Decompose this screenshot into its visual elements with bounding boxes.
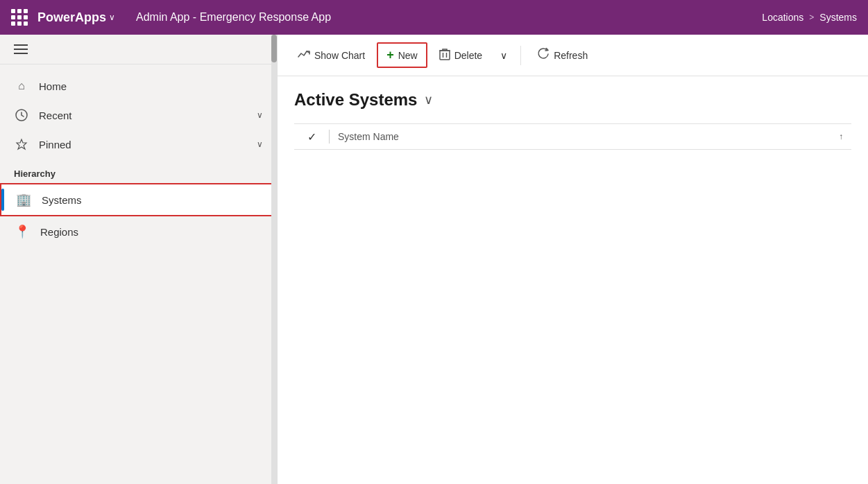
sidebar-item-systems[interactable]: 🏢 Systems bbox=[0, 183, 277, 216]
toolbar-separator bbox=[520, 46, 521, 65]
show-chart-label: Show Chart bbox=[314, 50, 365, 61]
select-all-checkmark: ✓ bbox=[307, 130, 316, 144]
show-chart-button[interactable]: Show Chart bbox=[289, 44, 374, 67]
content-body: Active Systems ∨ ✓ System Name ↑ bbox=[278, 76, 868, 164]
trash-icon bbox=[439, 48, 450, 63]
new-button[interactable]: + New bbox=[377, 42, 427, 68]
breadcrumb-current: Systems bbox=[819, 12, 857, 23]
toolbar: Show Chart + New Delete bbox=[278, 35, 868, 76]
delete-button[interactable]: Delete bbox=[430, 43, 491, 68]
svg-rect-1 bbox=[440, 51, 450, 60]
hierarchy-section-label: Hierarchy bbox=[0, 159, 277, 183]
view-title-text: Active Systems bbox=[294, 90, 417, 110]
breadcrumb: Locations > Systems bbox=[762, 12, 857, 23]
regions-icon: 📍 bbox=[14, 223, 31, 240]
systems-icon: 🏢 bbox=[15, 191, 32, 208]
dropdown-chevron-icon: ∨ bbox=[500, 50, 507, 61]
active-indicator bbox=[1, 189, 4, 211]
sidebar-nav: ⌂ Home Recent ∨ bbox=[0, 64, 277, 484]
sidebar-item-recent[interactable]: Recent ∨ bbox=[0, 101, 277, 130]
content-area: Show Chart + New Delete bbox=[278, 35, 868, 484]
delete-label: Delete bbox=[454, 50, 482, 61]
app-chevron[interactable]: ∨ bbox=[109, 12, 115, 22]
sidebar: ⌂ Home Recent ∨ bbox=[0, 35, 278, 484]
sidebar-item-pinned[interactable]: Pinned ∨ bbox=[0, 130, 277, 159]
sidebar-item-home[interactable]: ⌂ Home bbox=[0, 71, 277, 101]
new-label: New bbox=[398, 50, 418, 61]
top-bar: PowerApps ∨ Admin App - Emergency Respon… bbox=[0, 0, 868, 35]
sidebar-item-regions-label: Regions bbox=[40, 226, 78, 238]
app-grid-icon[interactable] bbox=[11, 9, 28, 26]
breadcrumb-separator: > bbox=[809, 12, 814, 22]
sort-icon[interactable]: ↑ bbox=[839, 132, 843, 141]
sidebar-item-systems-label: Systems bbox=[42, 194, 82, 206]
home-icon: ⌂ bbox=[14, 78, 29, 94]
new-icon: + bbox=[386, 48, 394, 62]
sidebar-header bbox=[0, 35, 277, 64]
app-title: Admin App - Emergency Response App bbox=[136, 11, 762, 24]
refresh-button[interactable]: Refresh bbox=[528, 43, 597, 68]
table-header: ✓ System Name ↑ bbox=[294, 123, 851, 150]
view-title-chevron[interactable]: ∨ bbox=[424, 92, 433, 107]
table-check-col[interactable]: ✓ bbox=[294, 130, 329, 144]
recent-icon bbox=[14, 107, 29, 123]
show-chart-icon bbox=[298, 49, 310, 62]
delete-dropdown-button[interactable]: ∨ bbox=[494, 45, 513, 66]
sidebar-item-home-label: Home bbox=[39, 80, 263, 92]
refresh-label: Refresh bbox=[554, 50, 588, 61]
recent-chevron: ∨ bbox=[257, 110, 263, 120]
sidebar-item-regions[interactable]: 📍 Regions bbox=[0, 216, 277, 247]
scrollbar-thumb bbox=[271, 35, 277, 62]
sidebar-item-recent-label: Recent bbox=[39, 110, 247, 121]
main-layout: ⌂ Home Recent ∨ bbox=[0, 35, 868, 484]
app-name: PowerApps bbox=[37, 10, 106, 25]
pinned-icon bbox=[14, 137, 29, 152]
system-name-col-label: System Name bbox=[338, 131, 399, 142]
refresh-icon bbox=[537, 48, 550, 63]
pinned-chevron: ∨ bbox=[257, 139, 263, 149]
breadcrumb-locations[interactable]: Locations bbox=[762, 12, 803, 23]
sidebar-item-pinned-label: Pinned bbox=[39, 139, 247, 150]
system-name-col[interactable]: System Name ↑ bbox=[330, 131, 851, 142]
view-title-row: Active Systems ∨ bbox=[294, 90, 851, 110]
sidebar-scrollbar[interactable] bbox=[271, 35, 277, 484]
hamburger-icon[interactable] bbox=[14, 44, 28, 54]
